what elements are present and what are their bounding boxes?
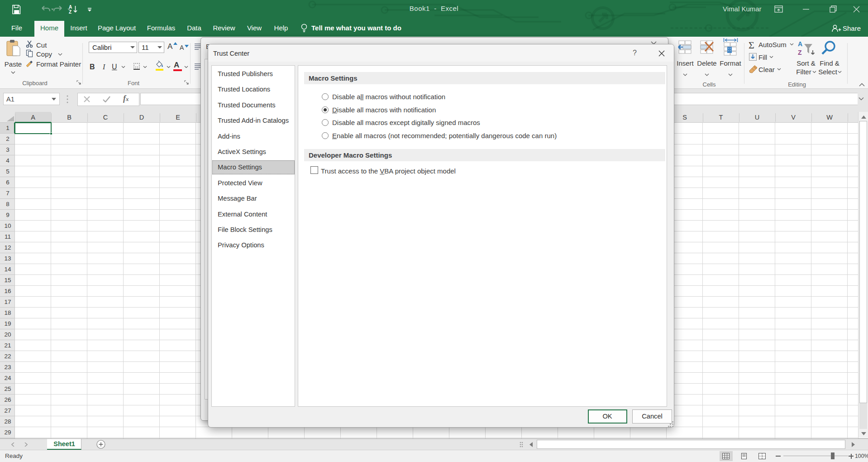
svg-text:Z: Z bbox=[798, 49, 802, 56]
svg-text:A: A bbox=[798, 40, 802, 48]
